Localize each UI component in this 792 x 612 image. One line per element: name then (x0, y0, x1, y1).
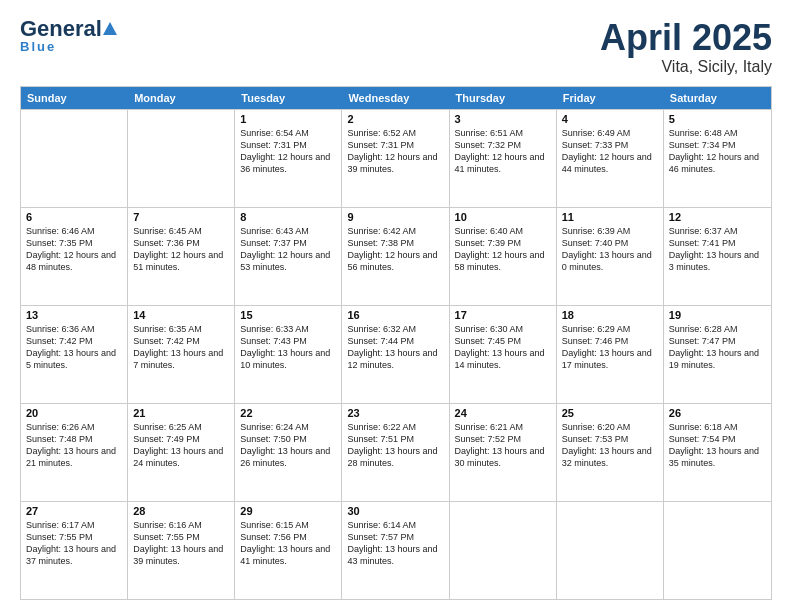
day-number: 9 (347, 211, 443, 223)
day-number: 2 (347, 113, 443, 125)
day-number: 11 (562, 211, 658, 223)
cal-cell (21, 110, 128, 207)
day-number: 17 (455, 309, 551, 321)
page: General Blue April 2025 Vita, Sicily, It… (0, 0, 792, 612)
header-day-sunday: Sunday (21, 87, 128, 109)
day-number: 15 (240, 309, 336, 321)
cal-cell: 11Sunrise: 6:39 AM Sunset: 7:40 PM Dayli… (557, 208, 664, 305)
cal-cell: 28Sunrise: 6:16 AM Sunset: 7:55 PM Dayli… (128, 502, 235, 599)
week-row-0: 1Sunrise: 6:54 AM Sunset: 7:31 PM Daylig… (21, 109, 771, 207)
day-number: 21 (133, 407, 229, 419)
day-info: Sunrise: 6:16 AM Sunset: 7:55 PM Dayligh… (133, 519, 229, 568)
day-info: Sunrise: 6:18 AM Sunset: 7:54 PM Dayligh… (669, 421, 766, 470)
cal-cell: 20Sunrise: 6:26 AM Sunset: 7:48 PM Dayli… (21, 404, 128, 501)
day-number: 7 (133, 211, 229, 223)
day-info: Sunrise: 6:46 AM Sunset: 7:35 PM Dayligh… (26, 225, 122, 274)
day-number: 22 (240, 407, 336, 419)
day-number: 1 (240, 113, 336, 125)
cal-cell: 4Sunrise: 6:49 AM Sunset: 7:33 PM Daylig… (557, 110, 664, 207)
day-info: Sunrise: 6:30 AM Sunset: 7:45 PM Dayligh… (455, 323, 551, 372)
logo: General Blue (20, 18, 118, 53)
cal-cell: 12Sunrise: 6:37 AM Sunset: 7:41 PM Dayli… (664, 208, 771, 305)
day-number: 6 (26, 211, 122, 223)
day-info: Sunrise: 6:21 AM Sunset: 7:52 PM Dayligh… (455, 421, 551, 470)
location: Vita, Sicily, Italy (600, 58, 772, 76)
day-number: 10 (455, 211, 551, 223)
day-number: 29 (240, 505, 336, 517)
day-info: Sunrise: 6:25 AM Sunset: 7:49 PM Dayligh… (133, 421, 229, 470)
calendar: SundayMondayTuesdayWednesdayThursdayFrid… (20, 86, 772, 600)
header-day-friday: Friday (557, 87, 664, 109)
day-info: Sunrise: 6:42 AM Sunset: 7:38 PM Dayligh… (347, 225, 443, 274)
day-info: Sunrise: 6:37 AM Sunset: 7:41 PM Dayligh… (669, 225, 766, 274)
day-info: Sunrise: 6:36 AM Sunset: 7:42 PM Dayligh… (26, 323, 122, 372)
cal-cell: 15Sunrise: 6:33 AM Sunset: 7:43 PM Dayli… (235, 306, 342, 403)
day-info: Sunrise: 6:28 AM Sunset: 7:47 PM Dayligh… (669, 323, 766, 372)
day-number: 28 (133, 505, 229, 517)
cal-cell: 24Sunrise: 6:21 AM Sunset: 7:52 PM Dayli… (450, 404, 557, 501)
cal-cell: 27Sunrise: 6:17 AM Sunset: 7:55 PM Dayli… (21, 502, 128, 599)
cal-cell: 5Sunrise: 6:48 AM Sunset: 7:34 PM Daylig… (664, 110, 771, 207)
title-block: April 2025 Vita, Sicily, Italy (600, 18, 772, 76)
day-info: Sunrise: 6:20 AM Sunset: 7:53 PM Dayligh… (562, 421, 658, 470)
day-info: Sunrise: 6:29 AM Sunset: 7:46 PM Dayligh… (562, 323, 658, 372)
day-info: Sunrise: 6:14 AM Sunset: 7:57 PM Dayligh… (347, 519, 443, 568)
cal-cell: 16Sunrise: 6:32 AM Sunset: 7:44 PM Dayli… (342, 306, 449, 403)
week-row-3: 20Sunrise: 6:26 AM Sunset: 7:48 PM Dayli… (21, 403, 771, 501)
day-number: 24 (455, 407, 551, 419)
day-number: 12 (669, 211, 766, 223)
day-info: Sunrise: 6:54 AM Sunset: 7:31 PM Dayligh… (240, 127, 336, 176)
cal-cell: 17Sunrise: 6:30 AM Sunset: 7:45 PM Dayli… (450, 306, 557, 403)
day-number: 3 (455, 113, 551, 125)
day-number: 30 (347, 505, 443, 517)
week-row-1: 6Sunrise: 6:46 AM Sunset: 7:35 PM Daylig… (21, 207, 771, 305)
header-day-monday: Monday (128, 87, 235, 109)
header-day-saturday: Saturday (664, 87, 771, 109)
month-year: April 2025 (600, 18, 772, 58)
cal-cell: 23Sunrise: 6:22 AM Sunset: 7:51 PM Dayli… (342, 404, 449, 501)
cal-cell: 7Sunrise: 6:45 AM Sunset: 7:36 PM Daylig… (128, 208, 235, 305)
day-info: Sunrise: 6:32 AM Sunset: 7:44 PM Dayligh… (347, 323, 443, 372)
cal-cell: 9Sunrise: 6:42 AM Sunset: 7:38 PM Daylig… (342, 208, 449, 305)
cal-cell: 3Sunrise: 6:51 AM Sunset: 7:32 PM Daylig… (450, 110, 557, 207)
day-info: Sunrise: 6:52 AM Sunset: 7:31 PM Dayligh… (347, 127, 443, 176)
header-day-wednesday: Wednesday (342, 87, 449, 109)
cal-cell (557, 502, 664, 599)
header-day-thursday: Thursday (450, 87, 557, 109)
day-info: Sunrise: 6:39 AM Sunset: 7:40 PM Dayligh… (562, 225, 658, 274)
cal-cell: 19Sunrise: 6:28 AM Sunset: 7:47 PM Dayli… (664, 306, 771, 403)
day-info: Sunrise: 6:49 AM Sunset: 7:33 PM Dayligh… (562, 127, 658, 176)
day-info: Sunrise: 6:45 AM Sunset: 7:36 PM Dayligh… (133, 225, 229, 274)
week-row-4: 27Sunrise: 6:17 AM Sunset: 7:55 PM Dayli… (21, 501, 771, 599)
cal-cell: 6Sunrise: 6:46 AM Sunset: 7:35 PM Daylig… (21, 208, 128, 305)
day-number: 14 (133, 309, 229, 321)
day-info: Sunrise: 6:24 AM Sunset: 7:50 PM Dayligh… (240, 421, 336, 470)
cal-cell: 22Sunrise: 6:24 AM Sunset: 7:50 PM Dayli… (235, 404, 342, 501)
day-number: 18 (562, 309, 658, 321)
day-number: 8 (240, 211, 336, 223)
header: General Blue April 2025 Vita, Sicily, It… (20, 18, 772, 76)
cal-cell (450, 502, 557, 599)
week-row-2: 13Sunrise: 6:36 AM Sunset: 7:42 PM Dayli… (21, 305, 771, 403)
day-info: Sunrise: 6:15 AM Sunset: 7:56 PM Dayligh… (240, 519, 336, 568)
cal-cell (128, 110, 235, 207)
day-info: Sunrise: 6:26 AM Sunset: 7:48 PM Dayligh… (26, 421, 122, 470)
day-number: 5 (669, 113, 766, 125)
day-number: 25 (562, 407, 658, 419)
day-number: 20 (26, 407, 122, 419)
cal-cell: 26Sunrise: 6:18 AM Sunset: 7:54 PM Dayli… (664, 404, 771, 501)
logo-main: General (20, 18, 118, 40)
logo-blue: Blue (20, 40, 118, 53)
cal-cell: 8Sunrise: 6:43 AM Sunset: 7:37 PM Daylig… (235, 208, 342, 305)
day-number: 27 (26, 505, 122, 517)
cal-cell: 13Sunrise: 6:36 AM Sunset: 7:42 PM Dayli… (21, 306, 128, 403)
cal-cell: 14Sunrise: 6:35 AM Sunset: 7:42 PM Dayli… (128, 306, 235, 403)
logo-text-block: General Blue (20, 18, 118, 53)
cal-cell: 18Sunrise: 6:29 AM Sunset: 7:46 PM Dayli… (557, 306, 664, 403)
day-number: 4 (562, 113, 658, 125)
cal-cell (664, 502, 771, 599)
day-number: 26 (669, 407, 766, 419)
cal-cell: 25Sunrise: 6:20 AM Sunset: 7:53 PM Dayli… (557, 404, 664, 501)
cal-cell: 21Sunrise: 6:25 AM Sunset: 7:49 PM Dayli… (128, 404, 235, 501)
cal-cell: 10Sunrise: 6:40 AM Sunset: 7:39 PM Dayli… (450, 208, 557, 305)
